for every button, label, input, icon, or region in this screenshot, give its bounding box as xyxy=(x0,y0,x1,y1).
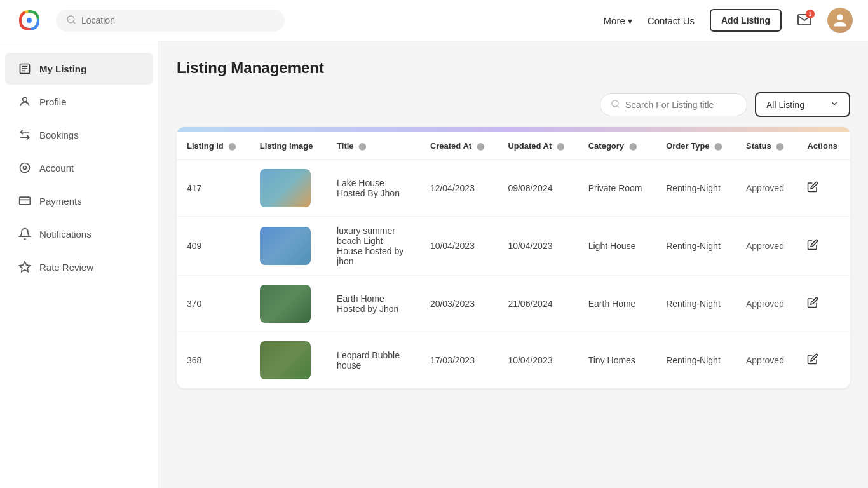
col-listing-image: Listing Image xyxy=(250,132,327,160)
more-label: More xyxy=(604,15,625,26)
sidebar-item-account[interactable]: Account xyxy=(5,152,153,184)
col-status: Status ⬤ xyxy=(736,132,797,160)
sidebar: My Listing Profile Bookings Account Paym… xyxy=(0,41,159,488)
cell-order-type: Renting-Night xyxy=(656,332,736,389)
cell-updated-at: 09/08/2024 xyxy=(498,160,578,217)
col-created-at: Created At ⬤ xyxy=(420,132,498,160)
svg-marker-12 xyxy=(20,262,31,272)
sort-icon: ⬤ xyxy=(629,142,637,150)
cell-actions xyxy=(797,276,850,332)
sidebar-item-profile[interactable]: Profile xyxy=(5,86,153,118)
cell-title: Leopard Bubble house xyxy=(327,332,420,389)
cell-order-type: Renting-Night xyxy=(656,276,736,332)
chevron-down-icon xyxy=(628,15,632,26)
cell-category: Tiny Homes xyxy=(578,332,656,389)
more-menu[interactable]: More xyxy=(604,15,632,26)
cell-title: Lake House Hosted By Jhon xyxy=(327,160,420,217)
listing-thumbnail xyxy=(260,285,311,323)
listings-table-wrapper: Listing Id ⬤ Listing Image Title ⬤ Creat… xyxy=(177,127,850,388)
cell-updated-at: 21/06/2024 xyxy=(498,276,578,332)
location-search[interactable] xyxy=(56,10,285,32)
bell-icon xyxy=(18,227,32,241)
sidebar-label-bookings: Bookings xyxy=(39,130,79,140)
svg-point-8 xyxy=(20,163,30,173)
cell-actions xyxy=(797,332,850,389)
cell-updated-at: 10/04/2023 xyxy=(498,332,578,389)
svg-point-1 xyxy=(27,18,32,23)
sort-icon: ⬤ xyxy=(358,142,366,150)
svg-point-7 xyxy=(23,97,27,102)
cell-listing-id: 417 xyxy=(177,160,250,217)
header: More Contact Us Add Listing 1 xyxy=(0,0,868,41)
cell-actions xyxy=(797,160,850,217)
edit-button[interactable] xyxy=(807,240,818,253)
sidebar-label-profile: Profile xyxy=(39,97,67,107)
sort-icon: ⬤ xyxy=(557,142,564,150)
contact-us-link[interactable]: Contact Us xyxy=(648,15,695,26)
edit-button[interactable] xyxy=(807,355,818,367)
add-listing-button[interactable]: Add Listing xyxy=(710,9,782,32)
listing-thumbnail xyxy=(260,227,311,265)
notifications-mail-icon[interactable]: 1 xyxy=(797,12,812,29)
col-listing-id: Listing Id ⬤ xyxy=(177,132,250,160)
table-row: 368 Leopard Bubble house 17/03/2023 10/0… xyxy=(177,332,850,389)
listing-thumbnail xyxy=(260,341,311,379)
avatar-image xyxy=(827,8,853,33)
svg-rect-10 xyxy=(20,197,31,205)
cell-status: Approved xyxy=(736,276,797,332)
table-gradient-bar xyxy=(177,127,850,132)
cell-category: Light House xyxy=(578,217,656,276)
cell-status: Approved xyxy=(736,332,797,389)
sidebar-label-payments: Payments xyxy=(39,196,82,207)
user-avatar[interactable] xyxy=(827,8,853,33)
header-right: More Contact Us Add Listing 1 xyxy=(604,8,853,33)
col-actions: Actions xyxy=(797,132,850,160)
sort-icon: ⬤ xyxy=(714,142,722,150)
star-icon xyxy=(18,260,32,274)
table-header-row: Listing Id ⬤ Listing Image Title ⬤ Creat… xyxy=(177,132,850,160)
edit-button[interactable] xyxy=(807,182,818,195)
cell-created-at: 20/03/2023 xyxy=(420,276,498,332)
circle-icon xyxy=(18,161,32,175)
edit-button[interactable] xyxy=(807,298,818,311)
cell-category: Earth Home xyxy=(578,276,656,332)
table-row: 409 luxury summer beach Light House host… xyxy=(177,217,850,276)
person-icon xyxy=(18,95,32,109)
cell-status: Approved xyxy=(736,217,797,276)
svg-point-9 xyxy=(24,166,27,170)
sidebar-label-notifications: Notifications xyxy=(39,229,92,240)
table-toolbar: All Listing xyxy=(177,92,850,117)
filter-dropdown[interactable]: All Listing xyxy=(755,92,850,117)
sidebar-item-notifications[interactable]: Notifications xyxy=(5,218,153,250)
cell-created-at: 12/04/2023 xyxy=(420,160,498,217)
cell-title: Earth Home Hosted by Jhon xyxy=(327,276,420,332)
listing-search-input[interactable] xyxy=(625,100,736,110)
logo[interactable] xyxy=(15,6,43,34)
sidebar-item-my-listing[interactable]: My Listing xyxy=(5,53,153,85)
cell-status: Approved xyxy=(736,160,797,217)
listing-search-box[interactable] xyxy=(600,93,747,116)
sort-icon: ⬤ xyxy=(477,142,484,150)
search-listing-icon xyxy=(611,99,620,111)
cell-actions xyxy=(797,217,850,276)
sort-icon: ⬤ xyxy=(776,142,783,150)
card-icon xyxy=(18,194,32,208)
layout: My Listing Profile Bookings Account Paym… xyxy=(0,41,868,488)
sidebar-item-rate-review[interactable]: Rate Review xyxy=(5,251,153,283)
cell-listing-image xyxy=(250,276,327,332)
search-icon xyxy=(66,15,76,27)
location-input[interactable] xyxy=(81,15,275,25)
exchange-icon xyxy=(18,128,32,142)
cell-created-at: 17/03/2023 xyxy=(420,332,498,389)
col-updated-at: Updated At ⬤ xyxy=(498,132,578,160)
chevron-down-icon xyxy=(830,99,839,110)
sidebar-item-bookings[interactable]: Bookings xyxy=(5,119,153,151)
page-title: Listing Management xyxy=(177,59,850,77)
cell-updated-at: 10/04/2023 xyxy=(498,217,578,276)
sidebar-item-payments[interactable]: Payments xyxy=(5,185,153,217)
cell-listing-image xyxy=(250,332,327,389)
sidebar-label-account: Account xyxy=(39,163,74,173)
table-row: 417 Lake House Hosted By Jhon 12/04/2023… xyxy=(177,160,850,217)
svg-point-2 xyxy=(67,16,74,23)
cell-category: Private Room xyxy=(578,160,656,217)
